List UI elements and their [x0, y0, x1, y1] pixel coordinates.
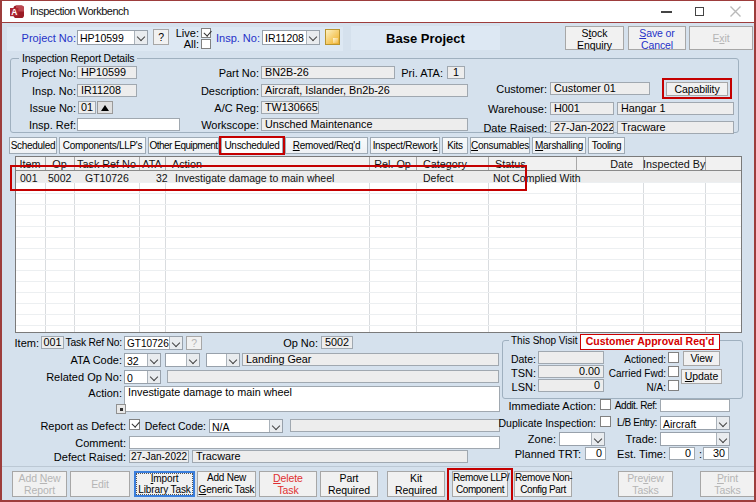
- svg-text:A: A: [11, 7, 17, 17]
